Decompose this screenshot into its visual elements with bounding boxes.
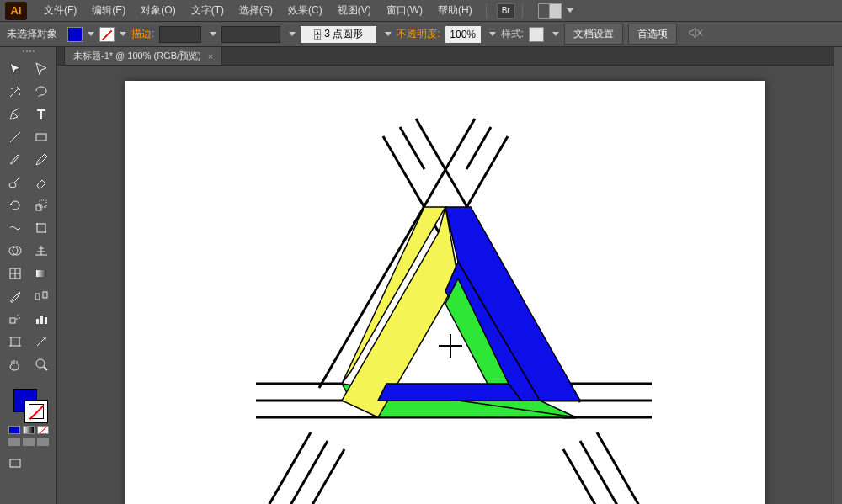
chevron-down-icon[interactable] bbox=[289, 32, 296, 36]
direct-selection-tool[interactable] bbox=[29, 59, 53, 79]
canvas-viewport[interactable] bbox=[57, 66, 834, 504]
svg-rect-19 bbox=[10, 318, 15, 323]
svg-point-3 bbox=[19, 93, 20, 95]
draw-inside[interactable] bbox=[37, 438, 49, 446]
brush-definition-field[interactable] bbox=[221, 26, 280, 43]
document-setup-button[interactable]: 文档设置 bbox=[564, 24, 623, 45]
document-tab[interactable]: 未标题-1* @ 100% (RGB/预览) × bbox=[64, 46, 222, 65]
menu-text[interactable]: 文字(T) bbox=[184, 0, 231, 21]
menu-effect[interactable]: 效果(C) bbox=[281, 0, 329, 21]
chevron-down-icon[interactable] bbox=[88, 32, 94, 36]
rotate-tool[interactable] bbox=[3, 195, 27, 215]
svg-marker-54 bbox=[378, 384, 521, 401]
lasso-tool[interactable] bbox=[29, 82, 53, 102]
draw-behind[interactable] bbox=[23, 438, 35, 446]
svg-point-22 bbox=[16, 318, 18, 320]
svg-point-21 bbox=[19, 317, 20, 319]
chevron-down-icon[interactable] bbox=[567, 8, 573, 13]
pen-tool[interactable] bbox=[3, 104, 27, 125]
menu-edit[interactable]: 编辑(E) bbox=[85, 0, 132, 21]
close-tab-button[interactable]: × bbox=[208, 51, 213, 61]
svg-line-39 bbox=[597, 432, 642, 504]
menu-file[interactable]: 文件(F) bbox=[37, 0, 83, 21]
stroke-swatch[interactable] bbox=[99, 27, 115, 42]
color-mode-solid[interactable] bbox=[8, 426, 20, 434]
fill-stroke-proxy[interactable] bbox=[12, 387, 45, 421]
bridge-button[interactable]: Br bbox=[497, 3, 515, 19]
document-tab-title: 未标题-1* @ 100% (RGB/预览) bbox=[73, 50, 201, 62]
panel-grip[interactable] bbox=[8, 50, 49, 56]
selection-tool[interactable] bbox=[3, 59, 27, 79]
svg-rect-24 bbox=[40, 316, 43, 324]
chevron-down-icon[interactable] bbox=[210, 32, 216, 36]
stroke-weight-field[interactable] bbox=[159, 26, 201, 43]
document-tab-bar: 未标题-1* @ 100% (RGB/预览) × bbox=[57, 47, 834, 66]
symbol-sprayer-tool[interactable] bbox=[3, 309, 27, 329]
eraser-tool[interactable] bbox=[29, 172, 53, 193]
artboard-tool[interactable] bbox=[3, 332, 27, 352]
svg-rect-10 bbox=[37, 224, 45, 232]
svg-rect-25 bbox=[45, 317, 47, 324]
line-tool[interactable] bbox=[3, 127, 27, 147]
menu-window[interactable]: 窗口(W) bbox=[380, 0, 429, 21]
svg-point-6 bbox=[9, 183, 16, 188]
chevron-down-icon[interactable] bbox=[489, 32, 496, 36]
fill-swatch[interactable] bbox=[67, 27, 83, 42]
fill-swatch-control[interactable] bbox=[67, 27, 94, 42]
svg-rect-16 bbox=[36, 270, 46, 277]
blend-tool[interactable] bbox=[29, 286, 53, 306]
color-mode-gradient[interactable] bbox=[23, 426, 35, 434]
artwork-content bbox=[125, 81, 765, 504]
arrange-docs-button[interactable] bbox=[538, 3, 562, 19]
color-mode-none[interactable] bbox=[37, 426, 49, 434]
type-tool[interactable] bbox=[29, 104, 53, 125]
opacity-field[interactable]: 100% bbox=[445, 26, 481, 43]
stroke-color-box[interactable] bbox=[25, 401, 47, 422]
stroke-profile-value: 3 点圆形 bbox=[324, 27, 363, 41]
svg-rect-8 bbox=[36, 205, 41, 210]
hand-tool[interactable] bbox=[3, 354, 27, 374]
rectangle-tool[interactable] bbox=[29, 127, 53, 147]
screen-mode-button[interactable] bbox=[3, 454, 27, 474]
mesh-tool[interactable] bbox=[3, 263, 27, 284]
svg-rect-23 bbox=[36, 319, 39, 324]
opacity-label: 不透明度: bbox=[397, 27, 440, 41]
panel-dock[interactable] bbox=[834, 47, 842, 504]
column-graph-tool[interactable] bbox=[29, 309, 53, 329]
svg-rect-29 bbox=[10, 459, 20, 467]
draw-normal[interactable] bbox=[8, 438, 20, 446]
svg-rect-17 bbox=[35, 294, 40, 300]
menu-select[interactable]: 选择(S) bbox=[232, 0, 280, 21]
menu-object[interactable]: 对象(O) bbox=[134, 0, 182, 21]
gradient-tool[interactable] bbox=[29, 263, 53, 284]
menu-help[interactable]: 帮助(H) bbox=[431, 0, 479, 21]
blob-brush-tool[interactable] bbox=[3, 172, 27, 193]
perspective-grid-tool[interactable] bbox=[29, 241, 53, 261]
svg-line-43 bbox=[466, 127, 491, 169]
svg-line-45 bbox=[266, 432, 311, 504]
stepper-icon[interactable]: ▴▾ bbox=[314, 29, 321, 40]
shape-builder-tool[interactable] bbox=[3, 241, 27, 261]
artboard[interactable] bbox=[125, 81, 765, 504]
svg-point-11 bbox=[36, 223, 38, 225]
svg-rect-5 bbox=[36, 134, 46, 141]
graphic-style-swatch[interactable] bbox=[529, 27, 544, 42]
stroke-swatch-control[interactable] bbox=[99, 27, 126, 42]
paintbrush-tool[interactable] bbox=[3, 150, 27, 170]
pencil-tool[interactable] bbox=[29, 150, 53, 170]
zoom-tool[interactable] bbox=[29, 354, 53, 374]
menu-separator bbox=[522, 3, 523, 19]
chevron-down-icon[interactable] bbox=[120, 32, 126, 36]
scale-tool[interactable] bbox=[29, 195, 53, 215]
free-transform-tool[interactable] bbox=[29, 218, 53, 238]
width-tool[interactable] bbox=[3, 218, 27, 238]
preferences-button[interactable]: 首选项 bbox=[628, 24, 677, 45]
chevron-down-icon[interactable] bbox=[385, 32, 392, 36]
sound-off-icon[interactable] bbox=[689, 27, 704, 41]
stroke-profile-field[interactable]: ▴▾ 3 点圆形 bbox=[301, 26, 376, 43]
slice-tool[interactable] bbox=[29, 332, 53, 352]
magic-wand-tool[interactable] bbox=[3, 82, 27, 102]
eyedropper-tool[interactable] bbox=[3, 286, 27, 306]
menu-view[interactable]: 视图(V) bbox=[331, 0, 378, 21]
chevron-down-icon[interactable] bbox=[552, 32, 559, 36]
